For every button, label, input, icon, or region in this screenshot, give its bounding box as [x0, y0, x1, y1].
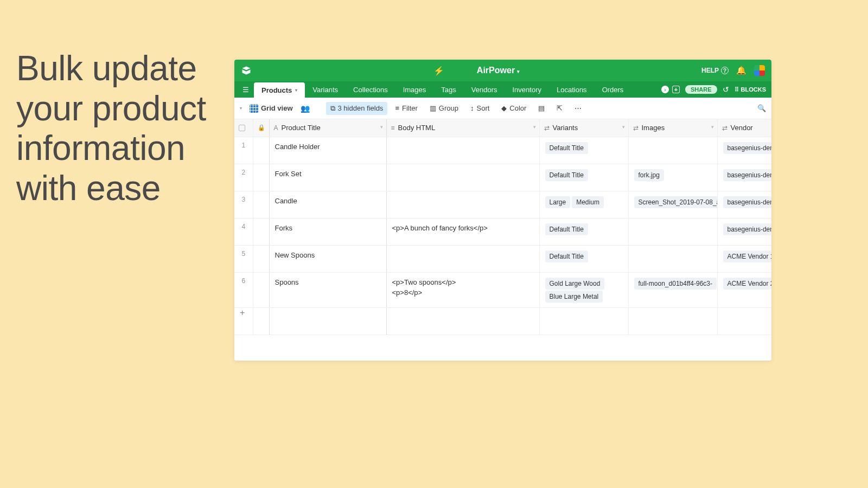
- tab-tags[interactable]: Tags: [433, 81, 463, 98]
- linked-record-chip[interactable]: ACME Vendor 1: [723, 251, 772, 262]
- cell-product-title[interactable]: Spoons: [270, 273, 386, 292]
- cell-product-title[interactable]: Fork Set: [270, 164, 386, 184]
- row-expand[interactable]: [253, 164, 269, 191]
- table-row[interactable]: 1Candle HolderDefault Titlebasegenius-de…: [234, 137, 771, 164]
- linked-record-chip[interactable]: basegenius-dem: [723, 223, 772, 235]
- cell-variants[interactable]: Default Title: [540, 164, 628, 186]
- column-header-images[interactable]: ⇄Images▾: [628, 119, 717, 137]
- column-header-vendor[interactable]: ⇄Vendor: [717, 119, 771, 137]
- table-row[interactable]: 2Fork SetDefault Titlefork.jpgbasegenius…: [234, 164, 771, 191]
- add-row-button[interactable]: +: [234, 307, 771, 335]
- linked-record-chip[interactable]: basegenius-dem: [723, 169, 772, 181]
- cell-product-title[interactable]: New Spoons: [270, 246, 386, 265]
- view-switcher[interactable]: Grid view: [245, 102, 297, 115]
- automations-icon[interactable]: ⚡: [433, 66, 444, 76]
- linked-record-chip[interactable]: basegenius-dem: [723, 196, 772, 208]
- cell-vendor[interactable]: ACME Vendor 2: [718, 273, 772, 294]
- chevron-down-icon[interactable]: ▾: [380, 124, 383, 130]
- cell-body-html[interactable]: [387, 137, 539, 146]
- cell-product-title[interactable]: Forks: [270, 219, 386, 238]
- linked-record-chip[interactable]: Default Title: [545, 223, 588, 235]
- row-expand[interactable]: [253, 272, 269, 307]
- cell-vendor[interactable]: basegenius-dem: [718, 164, 772, 186]
- row-height-button[interactable]: ▤: [534, 102, 549, 114]
- cell-vendor[interactable]: basegenius-dem: [718, 191, 772, 213]
- base-title[interactable]: AirPower▾: [477, 66, 520, 75]
- more-options-button[interactable]: ⋯: [570, 102, 586, 114]
- cell-body-html[interactable]: <p>A bunch of fancy forks</p>: [387, 219, 539, 238]
- tab-products[interactable]: Products▾: [254, 82, 305, 98]
- blocks-button[interactable]: ⠿BLOCKS: [735, 86, 766, 93]
- tab-locations[interactable]: Locations: [549, 81, 595, 98]
- chevron-down-icon[interactable]: ▾: [622, 124, 625, 130]
- select-all-header[interactable]: [234, 119, 253, 137]
- cell-vendor[interactable]: basegenius-dem: [718, 219, 772, 240]
- linked-record-chip[interactable]: Default Title: [545, 142, 588, 154]
- cell-body-html[interactable]: [387, 164, 539, 173]
- tab-variants[interactable]: Variants: [305, 81, 346, 98]
- linked-record-chip[interactable]: Default Title: [545, 169, 588, 181]
- search-icon[interactable]: 🔍: [757, 104, 766, 112]
- tab-inventory[interactable]: Inventory: [505, 81, 548, 98]
- share-button[interactable]: SHARE: [685, 85, 717, 94]
- table-row[interactable]: 3CandleLargeMediumScreen_Shot_2019-07-08…: [234, 191, 771, 218]
- table-row[interactable]: 5New SpoonsDefault TitleACME Vendor 1: [234, 245, 771, 272]
- cell-variants[interactable]: Gold Large WoodBlue Large Metal: [540, 273, 628, 307]
- linked-record-chip[interactable]: Screen_Shot_2019-07-08_a: [634, 196, 717, 208]
- column-header-body-html[interactable]: ≡Body HTML▾: [386, 119, 539, 137]
- cell-variants[interactable]: Default Title: [540, 246, 628, 267]
- cell-images[interactable]: fork.jpg: [629, 164, 717, 186]
- cell-variants[interactable]: Default Title: [540, 219, 628, 240]
- linked-record-chip[interactable]: ACME Vendor 2: [723, 278, 772, 290]
- history-icon[interactable]: ↺: [723, 85, 729, 94]
- row-expand[interactable]: [253, 218, 269, 245]
- cell-product-title[interactable]: Candle: [270, 191, 386, 211]
- linked-record-chip[interactable]: Blue Large Metal: [545, 291, 603, 303]
- cell-body-html[interactable]: [387, 191, 539, 200]
- color-button[interactable]: ◆Color: [497, 102, 531, 114]
- group-button[interactable]: ▥Group: [425, 102, 463, 114]
- share-view-button[interactable]: ⇱: [552, 102, 567, 114]
- linked-record-chip[interactable]: fork.jpg: [634, 169, 664, 181]
- cell-images[interactable]: Screen_Shot_2019-07-08_a: [629, 191, 717, 213]
- linked-record-chip[interactable]: full-moon_d01b4ff4-96c3-: [634, 278, 717, 290]
- view-sidebar-toggle[interactable]: ▾: [240, 106, 242, 111]
- cell-images[interactable]: [629, 137, 717, 146]
- notifications-icon[interactable]: 🔔: [736, 66, 746, 75]
- chevron-down-icon[interactable]: ▾: [533, 124, 536, 130]
- tab-images[interactable]: Images: [395, 81, 434, 98]
- table-row[interactable]: 4Forks<p>A bunch of fancy forks</p>Defau…: [234, 218, 771, 245]
- row-expand[interactable]: [253, 191, 269, 218]
- cell-variants[interactable]: LargeMedium: [540, 191, 628, 213]
- linked-record-chip[interactable]: Gold Large Wood: [545, 278, 605, 290]
- table-list-menu-icon[interactable]: ☰: [238, 81, 254, 98]
- collaborators-icon[interactable]: 👥: [301, 104, 310, 113]
- user-avatar[interactable]: [754, 65, 765, 76]
- help-link[interactable]: HELP?: [701, 67, 729, 75]
- tabs-scroll-right-icon[interactable]: ›: [661, 86, 669, 93]
- linked-record-chip[interactable]: Default Title: [545, 251, 588, 262]
- cell-variants[interactable]: Default Title: [540, 137, 628, 159]
- hidden-fields-button[interactable]: ⧉3 hidden fields: [326, 102, 388, 115]
- cell-vendor[interactable]: ACME Vendor 1: [718, 246, 772, 267]
- sort-button[interactable]: ↕Sort: [466, 102, 494, 114]
- column-header-product-title[interactable]: AProduct Title▾: [269, 119, 386, 137]
- filter-button[interactable]: ≡Filter: [391, 102, 422, 114]
- cell-product-title[interactable]: Candle Holder: [270, 137, 386, 157]
- linked-record-chip[interactable]: basegenius-dem: [723, 142, 772, 154]
- row-expand[interactable]: [253, 245, 269, 272]
- linked-record-chip[interactable]: Large: [545, 196, 571, 208]
- tab-orders[interactable]: Orders: [595, 81, 631, 98]
- cell-vendor[interactable]: basegenius-dem: [718, 137, 772, 159]
- column-header-variants[interactable]: ⇄Variants▾: [539, 119, 628, 137]
- tab-vendors[interactable]: Vendors: [464, 81, 505, 98]
- table-row[interactable]: 6Spoons<p>Two spoons</p> <p>8</p>Gold La…: [234, 272, 771, 307]
- chevron-down-icon[interactable]: ▾: [711, 124, 714, 130]
- cell-body-html[interactable]: <p>Two spoons</p> <p>8</p>: [387, 273, 539, 303]
- tab-collections[interactable]: Collections: [346, 81, 395, 98]
- add-table-button[interactable]: +: [672, 86, 680, 93]
- row-expand[interactable]: [253, 137, 269, 164]
- cell-images[interactable]: full-moon_d01b4ff4-96c3-spoon-gold.jpg: [629, 273, 717, 294]
- cell-body-html[interactable]: [387, 246, 539, 254]
- cell-images[interactable]: [629, 219, 717, 227]
